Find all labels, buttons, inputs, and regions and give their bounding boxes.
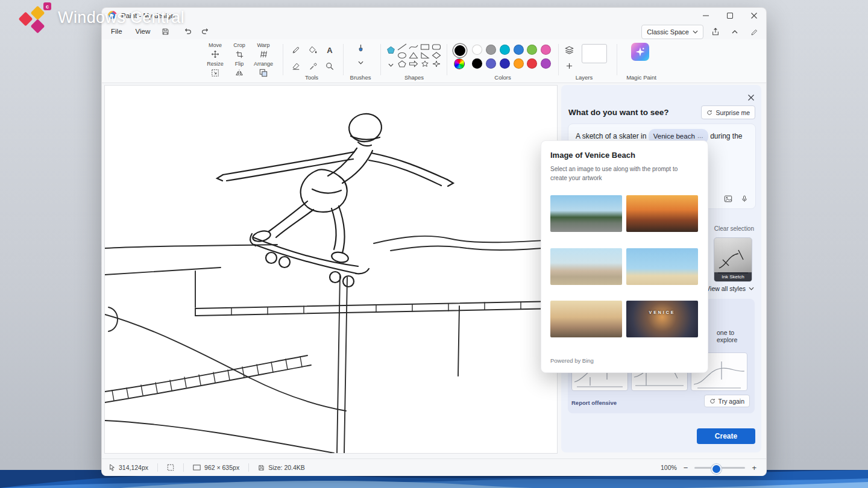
layer-thumbnail[interactable] — [582, 44, 607, 63]
plus-icon — [566, 63, 573, 69]
brushes-dropdown[interactable] — [353, 58, 368, 67]
crop-tool[interactable] — [226, 49, 253, 60]
surprise-me-button[interactable]: Surprise me — [701, 105, 755, 119]
drawing-canvas[interactable] — [104, 85, 558, 454]
microphone-icon — [741, 195, 748, 203]
venice-image-sign[interactable]: VENICE — [626, 301, 698, 337]
color-wheel-picker[interactable] — [454, 58, 465, 69]
ribbon-divider — [558, 44, 559, 75]
color-swatch-navy[interactable] — [500, 58, 510, 69]
shape-arrow[interactable] — [409, 60, 418, 67]
fill-tool[interactable] — [306, 43, 320, 57]
text-tool[interactable]: A — [322, 43, 337, 57]
titlebar: Paint - My design — [102, 8, 766, 23]
color-swatch-red[interactable] — [527, 58, 537, 69]
report-offensive-link[interactable]: Report offensive — [571, 399, 617, 406]
view-all-styles-link[interactable]: View all styles — [706, 285, 754, 292]
shape-curve[interactable] — [409, 43, 418, 51]
venice-image-palms-golden-hour[interactable] — [550, 301, 622, 337]
explore-hint-text: one to explore — [717, 329, 755, 343]
venice-image-sunset-skatepark[interactable] — [626, 195, 698, 232]
venice-image-lifeguard-tower[interactable] — [626, 248, 698, 285]
arrange-tool[interactable] — [250, 67, 277, 78]
shape-right-triangle[interactable] — [420, 52, 430, 59]
style-selector-dropdown[interactable]: Classic Space — [641, 25, 703, 39]
add-image-button[interactable] — [724, 195, 732, 203]
color-swatch-orange[interactable] — [514, 58, 524, 69]
close-icon — [748, 95, 754, 101]
color-picker-tool[interactable] — [306, 59, 320, 74]
refresh-icon — [709, 398, 715, 404]
zoom-slider-handle[interactable] — [711, 464, 722, 474]
cursor-icon — [109, 464, 115, 471]
share-button[interactable] — [708, 25, 723, 39]
pencil-tool[interactable] — [289, 43, 303, 57]
desktop: Paint - My design File View — [0, 0, 868, 488]
voice-input-button[interactable] — [741, 195, 748, 203]
color-swatch-white[interactable] — [472, 45, 482, 55]
menubar: File View Classic Space — [102, 23, 766, 39]
color-swatch-gray[interactable] — [486, 45, 496, 55]
ribbon-divider — [447, 44, 447, 75]
color-swatch-black[interactable] — [472, 58, 482, 69]
move-tool[interactable] — [202, 49, 228, 60]
warp-tool[interactable] — [250, 49, 277, 60]
ribbon-divider — [343, 44, 344, 75]
arrange-label: Arrange — [250, 61, 277, 67]
venice-image-palm-walkway[interactable] — [550, 195, 622, 232]
shape-diamond[interactable] — [432, 52, 441, 59]
edit-pen-button[interactable] — [747, 25, 761, 39]
zoom-slider[interactable] — [694, 467, 745, 469]
window-controls — [694, 8, 766, 23]
statusbar: 314,124px 962 × 635px Size: 20.4KB 100% … — [102, 458, 766, 476]
shapes-dropdown[interactable] — [386, 61, 395, 69]
eraser-tool[interactable] — [289, 59, 303, 74]
color-swatch-purple[interactable] — [541, 58, 551, 69]
style-card-ink-sketch[interactable]: Ink Sketch — [714, 237, 752, 282]
close-button[interactable] — [742, 8, 766, 23]
create-button[interactable]: Create — [697, 428, 755, 444]
shape-triangle[interactable] — [409, 52, 418, 59]
resize-tool[interactable] — [202, 67, 228, 78]
skater-sketch — [105, 86, 557, 453]
brush-icon — [357, 44, 365, 54]
layers-button[interactable] — [562, 43, 576, 57]
move-label: Move — [202, 42, 228, 49]
brush-tool[interactable] — [353, 42, 368, 56]
magic-paint-button[interactable] — [631, 43, 649, 61]
shape-oval[interactable] — [397, 52, 407, 59]
zoom-in-button[interactable]: + — [752, 463, 756, 472]
shape-four-point-star[interactable] — [432, 60, 441, 67]
color-swatch-cyan[interactable] — [500, 45, 510, 55]
venice-image-boardwalk[interactable] — [550, 248, 622, 285]
style-selector-value: Classic Space — [647, 28, 689, 36]
shape-star[interactable] — [420, 60, 430, 67]
try-again-button[interactable]: Try again — [704, 395, 750, 407]
shape-fill-style[interactable] — [385, 44, 397, 56]
shape-rectangle[interactable] — [420, 43, 430, 51]
flip-tool[interactable] — [226, 67, 253, 78]
crop-icon — [236, 51, 244, 58]
shape-rounded-rectangle[interactable] — [432, 43, 441, 51]
try-again-label: Try again — [719, 398, 744, 405]
colors-label: Colors — [451, 74, 554, 81]
minimize-button[interactable] — [694, 8, 718, 23]
maximize-button[interactable] — [718, 8, 742, 23]
magnifier-tool[interactable] — [322, 59, 337, 74]
collapse-ribbon-button[interactable] — [728, 25, 742, 39]
selected-color-swatch[interactable] — [453, 44, 467, 57]
color-swatch-green[interactable] — [527, 45, 537, 55]
panel-close-button[interactable] — [746, 92, 756, 103]
color-swatch-indigo[interactable] — [486, 58, 496, 69]
add-layer-button[interactable] — [562, 58, 576, 73]
color-swatch-pink[interactable] — [541, 45, 551, 55]
color-swatch-blue[interactable] — [514, 45, 524, 55]
zoom-out-button[interactable]: − — [684, 463, 688, 472]
prompt-after: during the — [710, 132, 742, 140]
clear-selection-link[interactable]: Clear selection — [714, 225, 754, 232]
file-size-icon — [258, 465, 265, 471]
shape-pentagon[interactable] — [397, 60, 407, 67]
shape-line[interactable] — [397, 43, 407, 51]
statusbar-separator — [157, 463, 158, 472]
sparkle-icon — [635, 46, 646, 57]
